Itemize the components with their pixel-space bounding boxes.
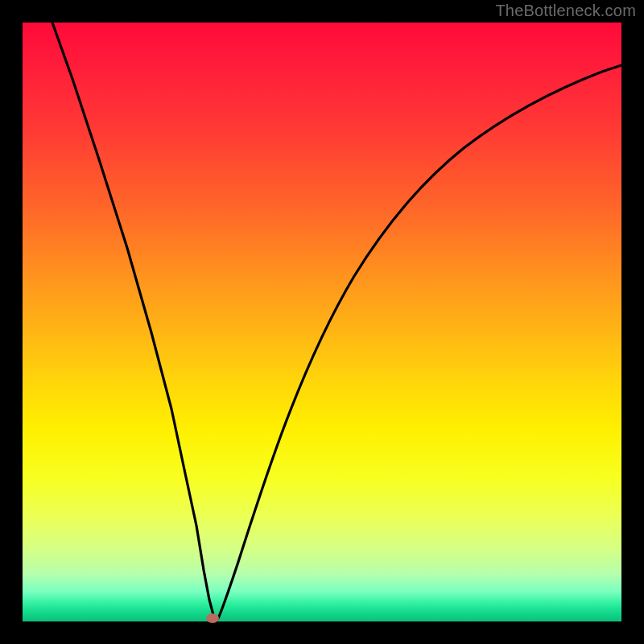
curve-layer xyxy=(23,23,621,621)
watermark-text: TheBottleneck.com xyxy=(495,2,636,20)
valley-marker xyxy=(206,613,219,623)
bottleneck-curve xyxy=(52,23,621,620)
plot-area xyxy=(23,23,621,621)
chart-container: TheBottleneck.com xyxy=(0,0,644,644)
